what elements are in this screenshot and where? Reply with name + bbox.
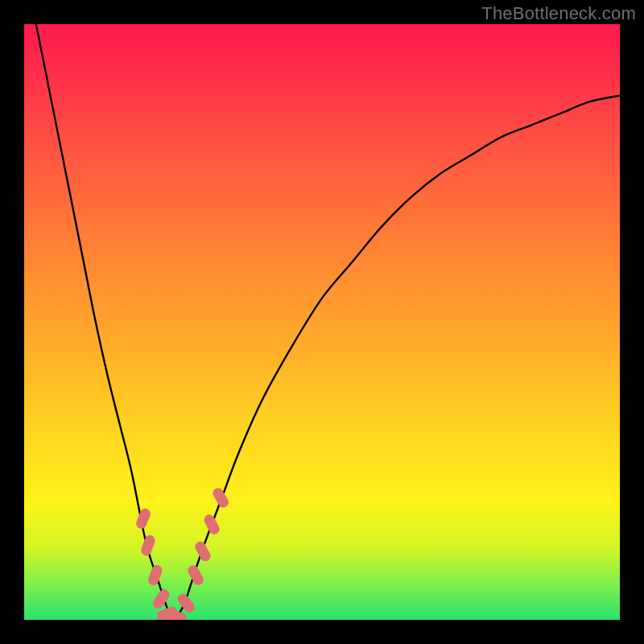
svg-rect-6 bbox=[175, 592, 197, 614]
svg-rect-8 bbox=[193, 539, 213, 563]
chart-frame: TheBottleneck.com bbox=[0, 0, 644, 644]
marker bbox=[202, 513, 221, 536]
marker bbox=[193, 539, 213, 563]
marker bbox=[147, 564, 163, 587]
svg-rect-7 bbox=[186, 564, 205, 587]
marker bbox=[175, 592, 197, 614]
marker-group bbox=[134, 486, 230, 620]
curve-line bbox=[36, 24, 620, 620]
watermark-text: TheBottleneck.com bbox=[481, 3, 636, 24]
svg-rect-1 bbox=[139, 534, 156, 557]
plot-area bbox=[24, 24, 620, 620]
marker bbox=[134, 507, 152, 530]
marker bbox=[139, 534, 156, 557]
svg-rect-10 bbox=[211, 486, 230, 510]
marker bbox=[211, 486, 230, 510]
svg-rect-3 bbox=[151, 588, 171, 611]
svg-rect-9 bbox=[202, 513, 221, 536]
svg-rect-0 bbox=[134, 507, 152, 530]
chart-svg bbox=[24, 24, 620, 620]
marker bbox=[151, 588, 171, 611]
svg-rect-2 bbox=[147, 564, 163, 587]
marker bbox=[186, 564, 205, 587]
